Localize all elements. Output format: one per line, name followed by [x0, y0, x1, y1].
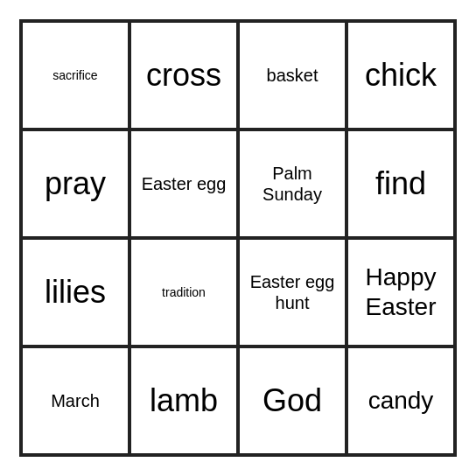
- cell-text-r0c0: sacrifice: [52, 68, 97, 83]
- cell-r1c0: pray: [21, 130, 130, 238]
- cell-text-r2c1: tradition: [162, 285, 206, 300]
- cell-r0c1: cross: [130, 21, 238, 130]
- cell-r3c1: lamb: [130, 346, 238, 455]
- cell-r1c2: Palm Sunday: [238, 130, 346, 238]
- bingo-grid: sacrificecrossbasketchickprayEaster eggP…: [19, 19, 457, 457]
- cell-text-r1c1: Easter egg: [142, 173, 227, 194]
- cell-text-r1c3: find: [375, 164, 426, 202]
- cell-text-r3c0: March: [51, 390, 100, 411]
- cell-r0c0: sacrifice: [21, 21, 130, 130]
- cell-r1c3: find: [346, 130, 455, 238]
- cell-r2c1: tradition: [130, 238, 238, 346]
- cell-text-r0c3: chick: [365, 56, 437, 94]
- cell-text-r2c0: lilies: [45, 273, 106, 311]
- cell-text-r3c1: lamb: [150, 382, 218, 419]
- cell-text-r1c0: pray: [45, 164, 106, 202]
- cell-r0c3: chick: [346, 21, 455, 130]
- cell-r2c2: Easter egg hunt: [238, 238, 346, 346]
- cell-text-r1c2: Palm Sunday: [245, 163, 340, 205]
- cell-r3c2: God: [238, 346, 346, 455]
- cell-r3c0: March: [21, 346, 130, 455]
- cell-text-r0c2: basket: [267, 65, 318, 86]
- cell-text-r3c3: candy: [368, 386, 434, 416]
- cell-text-r3c2: God: [262, 382, 322, 419]
- cell-r2c0: lilies: [21, 238, 130, 346]
- cell-r2c3: Happy Easter: [346, 238, 455, 346]
- cell-r0c2: basket: [238, 21, 346, 130]
- cell-text-r2c2: Easter egg hunt: [245, 271, 340, 313]
- cell-text-r0c1: cross: [146, 56, 221, 94]
- cell-r1c1: Easter egg: [130, 130, 238, 238]
- cell-text-r2c3: Happy Easter: [354, 262, 448, 321]
- cell-r3c3: candy: [346, 346, 455, 455]
